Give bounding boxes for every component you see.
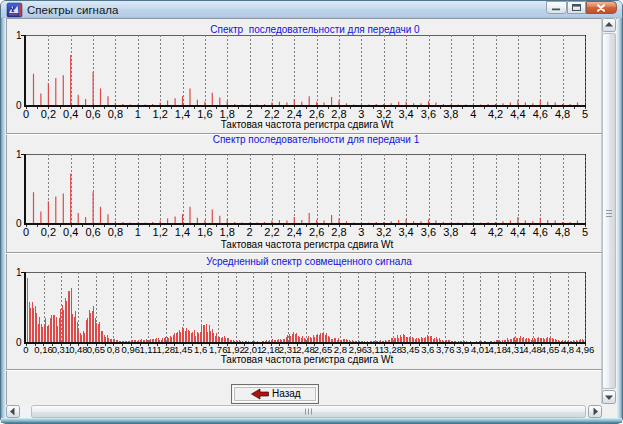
svg-text:1,45: 1,45 (174, 344, 193, 355)
svg-text:5: 5 (582, 108, 588, 120)
svg-text:0,2: 0,2 (41, 108, 56, 120)
svg-text:0,65: 0,65 (87, 344, 106, 355)
svg-text:1,6: 1,6 (194, 344, 207, 355)
svg-text:0,4: 0,4 (63, 226, 78, 238)
svg-text:0: 0 (16, 337, 22, 348)
svg-text:2,8: 2,8 (331, 226, 346, 238)
svg-text:4,96: 4,96 (576, 344, 595, 355)
svg-text:3,45: 3,45 (401, 344, 420, 355)
svg-text:4: 4 (470, 226, 476, 238)
svg-text:Спектр последовательности для: Спектр последовательности для передачи 1 (213, 134, 420, 145)
svg-text:3,4: 3,4 (398, 226, 413, 238)
svg-text:0,8: 0,8 (107, 344, 120, 355)
svg-text:0,4: 0,4 (63, 108, 78, 120)
svg-text:3,8: 3,8 (443, 226, 458, 238)
svg-text:4,65: 4,65 (541, 344, 560, 355)
svg-text:3: 3 (358, 226, 364, 238)
svg-text:0: 0 (23, 344, 28, 355)
svg-text:0: 0 (23, 108, 29, 120)
svg-text:5: 5 (582, 226, 588, 238)
svg-text:3,6: 3,6 (421, 108, 436, 120)
svg-text:3,4: 3,4 (398, 108, 413, 120)
svg-text:1: 1 (135, 226, 141, 238)
svg-text:3,2: 3,2 (376, 226, 391, 238)
svg-text:2,2: 2,2 (264, 226, 279, 238)
svg-text:4,6: 4,6 (533, 226, 548, 238)
svg-text:0,16: 0,16 (34, 344, 53, 355)
svg-text:4,31: 4,31 (506, 344, 525, 355)
svg-text:0: 0 (23, 226, 29, 238)
svg-text:3,6: 3,6 (421, 226, 436, 238)
svg-text:1,2: 1,2 (153, 108, 168, 120)
svg-text:3,8: 3,8 (443, 108, 458, 120)
svg-text:4,01: 4,01 (471, 344, 490, 355)
svg-text:0,6: 0,6 (85, 108, 100, 120)
svg-text:4,8: 4,8 (561, 344, 574, 355)
svg-text:0: 0 (16, 100, 22, 111)
svg-text:1,4: 1,4 (175, 108, 190, 120)
svg-text:0,96: 0,96 (122, 344, 141, 355)
svg-text:2,6: 2,6 (309, 226, 324, 238)
svg-text:4: 4 (470, 108, 476, 120)
svg-text:0,2: 0,2 (41, 226, 56, 238)
svg-text:4,4: 4,4 (510, 108, 525, 120)
svg-text:Усредненный спектр совмещенног: Усредненный спектр совмещенного сигнала (206, 256, 412, 267)
svg-text:0: 0 (16, 218, 22, 229)
svg-text:4,2: 4,2 (488, 226, 503, 238)
svg-text:3,76: 3,76 (436, 344, 455, 355)
svg-text:2,4: 2,4 (287, 226, 302, 238)
svg-text:1,6: 1,6 (197, 226, 212, 238)
svg-text:4,8: 4,8 (555, 108, 570, 120)
svg-text:0,8: 0,8 (108, 108, 123, 120)
svg-text:3,9: 3,9 (456, 344, 469, 355)
svg-text:1,4: 1,4 (175, 226, 190, 238)
svg-text:Спектры сигнала: Спектры сигнала (27, 4, 119, 16)
svg-text:4,6: 4,6 (533, 108, 548, 120)
svg-text:4,8: 4,8 (555, 226, 570, 238)
svg-text:1,11: 1,11 (139, 344, 157, 355)
svg-text:4,18: 4,18 (488, 344, 507, 355)
svg-text:1: 1 (135, 108, 141, 120)
svg-text:Тактовая частота регистра сдви: Тактовая частота регистра сдвига Wt (221, 119, 394, 130)
svg-text:2: 2 (247, 226, 253, 238)
svg-text:1: 1 (16, 267, 22, 278)
svg-text:0,8: 0,8 (108, 226, 123, 238)
svg-text:4,48: 4,48 (523, 344, 542, 355)
svg-text:Тактовая частота регистра сдви: Тактовая частота регистра сдвига Wt (221, 354, 394, 365)
svg-text:4,2: 4,2 (488, 108, 503, 120)
svg-text:1,28: 1,28 (157, 344, 176, 355)
svg-text:Назад: Назад (272, 388, 301, 399)
svg-text:Спектр последовательности для: Спектр последовательности для передачи 0 (210, 24, 420, 35)
svg-text:1,6: 1,6 (197, 108, 212, 120)
svg-text:0,6: 0,6 (85, 226, 100, 238)
svg-text:4,4: 4,4 (510, 226, 525, 238)
svg-text:Тактовая частота регистра сдви: Тактовая частота регистра сдвига Wt (221, 239, 394, 250)
svg-text:1: 1 (16, 30, 22, 41)
svg-text:3,6: 3,6 (421, 344, 434, 355)
svg-text:1,2: 1,2 (153, 226, 168, 238)
svg-text:1,8: 1,8 (220, 226, 235, 238)
svg-text:0,31: 0,31 (52, 344, 71, 355)
svg-text:1: 1 (16, 149, 22, 160)
svg-text:0,48: 0,48 (69, 344, 88, 355)
